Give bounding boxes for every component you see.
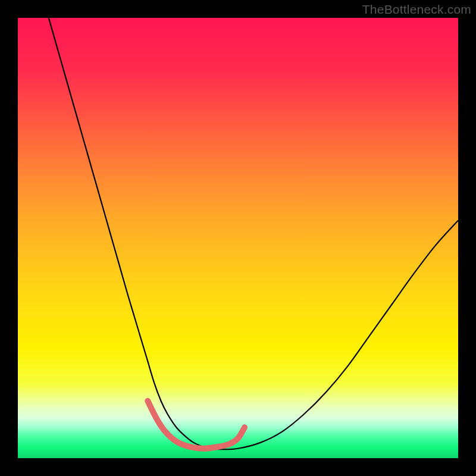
bottleneck-curve	[49, 18, 458, 449]
chart-frame: TheBottleneck.com	[0, 0, 476, 476]
curve-layer	[18, 18, 458, 458]
highlight-dip	[148, 401, 245, 449]
watermark-text: TheBottleneck.com	[362, 2, 471, 17]
plot-area	[18, 18, 458, 458]
